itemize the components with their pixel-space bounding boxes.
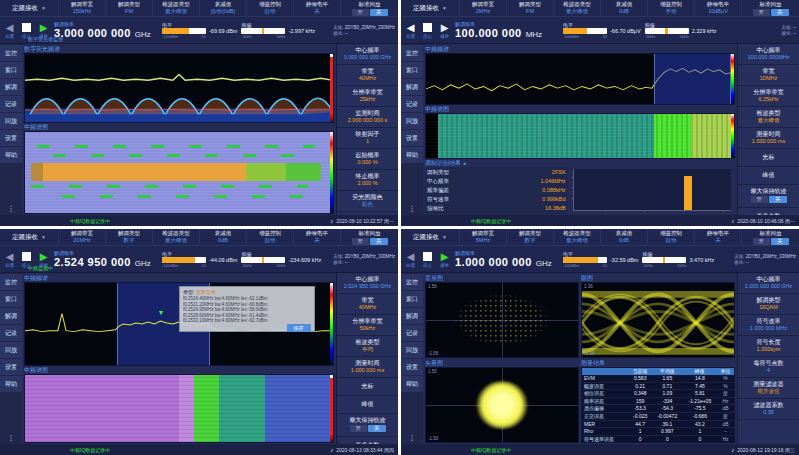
param-item[interactable]: 映射因子 1	[337, 128, 398, 149]
signal-info-popup[interactable]: 类型: 宽带信号 f0:2516.40MHz bw:4.60MHz lev:-6…	[179, 286, 315, 332]
param-item[interactable]: 测量时间 1.000 000 ms	[337, 357, 398, 378]
header-param[interactable]: 静噪电平 关	[293, 0, 340, 16]
speaker-icon[interactable]: ♪	[330, 218, 333, 224]
play-button[interactable]: ▶播放	[438, 251, 451, 268]
receive-mode-dropdown[interactable]: 定频接收 ▼	[0, 229, 58, 245]
rewind-button[interactable]: ◀后退	[3, 251, 16, 268]
replay-on-button[interactable]: 开	[352, 238, 370, 245]
peak-button[interactable]: 峰值	[738, 167, 799, 185]
header-param[interactable]: 解调类型 数字	[105, 229, 152, 245]
persistence-spectrum-display[interactable]	[24, 53, 334, 123]
constellation-display[interactable]: 1.56 -1.56	[425, 282, 579, 358]
standard-replay-toggle[interactable]: 标准回放 开 关	[340, 229, 398, 245]
param-item[interactable]: 起始概率 0.000 %	[337, 149, 398, 170]
param-item[interactable]: 解调类型 16QAM	[738, 294, 799, 315]
replay-off-button[interactable]: 关	[771, 238, 789, 245]
eye-diagram-display[interactable]: 1.36 -1.36	[581, 282, 735, 358]
param-item[interactable]: 终止概率 2.000 %	[337, 170, 398, 191]
maxhold-off-button[interactable]: 关	[368, 425, 386, 432]
sidebar-item[interactable]: 窗口	[0, 62, 22, 78]
sidebar-more-icon[interactable]: ⋮	[0, 434, 22, 442]
header-param[interactable]: 静噪电平 关	[293, 229, 340, 245]
sidebar-item[interactable]: 记录	[401, 96, 423, 112]
param-item[interactable]: 中心频率 3.000 000 000 GHz	[337, 44, 398, 65]
header-param[interactable]: 解调带宽 5MHz	[459, 229, 506, 245]
header-param[interactable]: 检波器类型 最大峰值	[553, 229, 600, 245]
header-param[interactable]: 解调类型 数字	[506, 229, 553, 245]
stop-button[interactable]: 停止	[421, 251, 434, 268]
sidebar-item[interactable]: 解调	[0, 308, 22, 324]
peak-marker-icon[interactable]: ▼	[157, 309, 164, 316]
sidebar-more-icon[interactable]: ⋮	[401, 205, 423, 213]
param-item[interactable]: 测量滤波器 根升余弦	[738, 378, 799, 399]
maxhold-off-button[interactable]: 关	[769, 196, 787, 203]
peak-button[interactable]: 峰值	[337, 396, 398, 414]
play-button[interactable]: ▶播放	[438, 22, 451, 39]
header-param[interactable]: 增益控制 自动	[246, 0, 293, 16]
param-item[interactable]: 分辨率带宽 6.25kHz	[738, 86, 799, 107]
param-item[interactable]: 每符号点数 4	[738, 357, 799, 378]
header-param[interactable]: 解调带宽 20MHz	[58, 229, 105, 245]
sidebar-item[interactable]: 窗口	[401, 62, 423, 78]
demod-frequency[interactable]: 解调频率 1.000 000 000GHz	[455, 250, 559, 268]
param-item[interactable]: 带宽 40MHz	[337, 294, 398, 315]
sidebar-item[interactable]: 记录	[401, 325, 423, 341]
replay-on-button[interactable]: 开	[352, 9, 370, 16]
sidebar-item[interactable]: 窗口	[0, 291, 22, 307]
param-item[interactable]: 检波类型 平均	[337, 336, 398, 357]
param-item[interactable]: 符号长度 1.000sym	[738, 336, 799, 357]
max-hold-toggle[interactable]: 最大保持轨迹 开 关	[738, 185, 799, 208]
header-param[interactable]: 解调带宽 2MHz	[459, 0, 506, 16]
receive-mode-dropdown[interactable]: 定频接收 ▼	[401, 229, 459, 245]
sidebar-item[interactable]: 解调	[0, 79, 22, 95]
sidebar-item[interactable]: 设置	[0, 359, 22, 375]
sidebar-item[interactable]: 帮助	[401, 147, 423, 163]
info-dot-icon[interactable]: ●	[463, 159, 466, 167]
if-waterfall-display[interactable]	[425, 113, 735, 159]
receive-mode-dropdown[interactable]: 定频接收 ▼	[401, 0, 459, 16]
replay-off-button[interactable]: 关	[771, 9, 789, 16]
param-item[interactable]: 测量时间 1.000 000 ms	[738, 128, 799, 149]
sidebar-item[interactable]: 回放	[0, 342, 22, 358]
speaker-icon[interactable]: ♪	[330, 447, 333, 453]
sidebar-item[interactable]: 帮助	[0, 376, 22, 392]
header-param[interactable]: 衰减值 0dB	[199, 229, 246, 245]
param-item[interactable]: 带宽 10MHz	[738, 65, 799, 86]
selection-band[interactable]	[654, 54, 731, 104]
param-item[interactable]: 符号速率 1.000 000 MHz	[738, 315, 799, 336]
speaker-icon[interactable]: ♪	[731, 218, 734, 224]
sidebar-item[interactable]: 窗口	[401, 291, 423, 307]
replay-on-button[interactable]: 开	[753, 238, 771, 245]
measurement-results[interactable]: 当前值平均值峰值单位 EVM 0.583 1.65 14.8	[581, 367, 735, 443]
if-spectrum-display[interactable]: ▼ 类型: 宽带信号 f0:2516.40MHz bw:4.60MHz lev:…	[24, 282, 334, 366]
sidebar-item[interactable]: 监控	[401, 274, 423, 290]
maxhold-on-button[interactable]: 开	[350, 425, 368, 432]
param-item[interactable]: 分辨率带宽 25kHz	[337, 86, 398, 107]
rewind-button[interactable]: ◀后退	[3, 22, 16, 39]
sidebar-item[interactable]: 帮助	[401, 376, 423, 392]
standard-replay-toggle[interactable]: 标准回放 开 关	[340, 0, 398, 16]
save-button[interactable]: 保存	[287, 324, 311, 332]
sidebar-item[interactable]: 记录	[0, 325, 22, 341]
max-hold-toggle[interactable]: 最大保持轨迹 开 关	[337, 414, 398, 437]
header-param[interactable]: 检波器类型 最大峰值	[553, 0, 600, 16]
sidebar-item[interactable]: 回放	[0, 113, 22, 129]
standard-replay-toggle[interactable]: 标准回放 开 关	[741, 0, 799, 16]
sidebar-more-icon[interactable]: ⋮	[401, 434, 423, 442]
replay-off-button[interactable]: 关	[370, 9, 388, 16]
vector-diagram-display[interactable]: 1.50 -1.50	[425, 367, 579, 443]
demod-frequency[interactable]: 解调频率 3.000 000 000GHz	[54, 21, 158, 39]
replay-on-button[interactable]: 开	[753, 9, 771, 16]
if-waterfall-display[interactable]	[24, 374, 334, 443]
rewind-button[interactable]: ◀后退	[404, 22, 417, 39]
sidebar-more-icon[interactable]: ⋮	[0, 205, 22, 213]
sidebar-item[interactable]: 记录	[0, 96, 22, 112]
header-param[interactable]: 解调类型 FM	[105, 0, 152, 16]
more-params-button[interactable]: 更多参数	[337, 437, 398, 444]
header-param[interactable]: 解调类型 FM	[506, 0, 553, 16]
if-spectrum-display[interactable]	[425, 53, 735, 105]
sidebar-item[interactable]: 监控	[401, 45, 423, 61]
param-item[interactable]: 监测时间 2.000 000 000 s	[337, 107, 398, 128]
header-param[interactable]: 衰减值 0dB	[600, 229, 647, 245]
cursor-button[interactable]: 光标	[738, 149, 799, 167]
